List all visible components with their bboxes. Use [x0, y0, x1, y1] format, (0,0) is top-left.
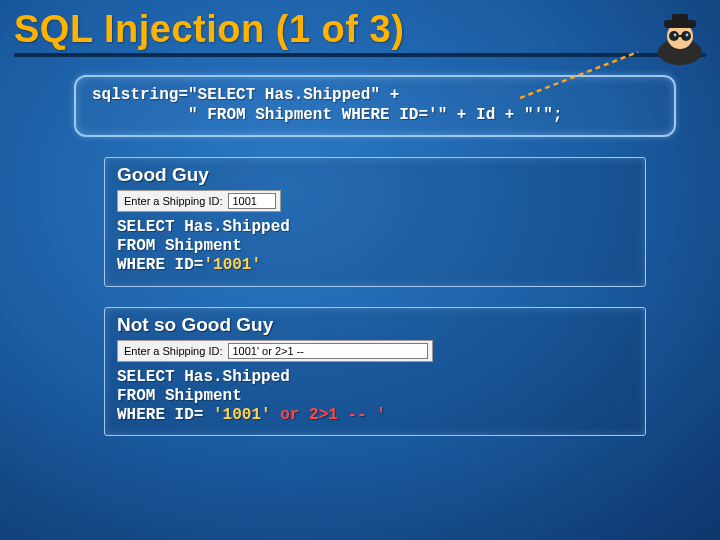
bad-form: Enter a Shipping ID:	[117, 340, 433, 362]
good-id-value: '1001'	[203, 256, 261, 274]
good-shipping-input[interactable]	[228, 193, 276, 209]
svg-line-9	[520, 52, 638, 98]
svg-point-4	[669, 31, 679, 41]
good-sql: SELECT Has.Shipped FROM Shipment WHERE I…	[117, 218, 633, 276]
good-form-label: Enter a Shipping ID:	[124, 195, 222, 207]
bad-form-label: Enter a Shipping ID:	[124, 345, 222, 357]
svg-point-5	[681, 31, 691, 41]
bad-injection: or 2>1 -- '	[271, 406, 386, 424]
good-sql-l1: SELECT Has.Shipped	[117, 218, 633, 237]
good-form: Enter a Shipping ID:	[117, 190, 281, 212]
svg-rect-3	[672, 14, 688, 23]
page-title: SQL Injection (1 of 3)	[14, 8, 706, 51]
bad-sql-l3: WHERE ID= '1001' or 2>1 -- '	[117, 406, 633, 425]
svg-point-7	[674, 34, 677, 37]
slide: SQL Injection (1 of 3) sqlstring="SELECT…	[0, 0, 720, 540]
svg-rect-6	[678, 35, 682, 37]
good-heading: Good Guy	[117, 164, 633, 186]
good-guy-example: Good Guy Enter a Shipping ID: SELECT Has…	[104, 157, 646, 287]
bad-shipping-input[interactable]	[228, 343, 428, 359]
callout-line-icon	[520, 46, 680, 106]
bad-id-value: '1001'	[213, 406, 271, 424]
bad-heading: Not so Good Guy	[117, 314, 633, 336]
code-line-2: " FROM Shipment WHERE ID='" + Id + "'";	[92, 105, 658, 125]
bad-guy-example: Not so Good Guy Enter a Shipping ID: SEL…	[104, 307, 646, 437]
bad-sql: SELECT Has.Shipped FROM Shipment WHERE I…	[117, 368, 633, 426]
bad-sql-l1: SELECT Has.Shipped	[117, 368, 633, 387]
bad-sql-l2: FROM Shipment	[117, 387, 633, 406]
svg-point-8	[686, 34, 689, 37]
good-sql-l3: WHERE ID='1001'	[117, 256, 633, 275]
good-sql-l2: FROM Shipment	[117, 237, 633, 256]
